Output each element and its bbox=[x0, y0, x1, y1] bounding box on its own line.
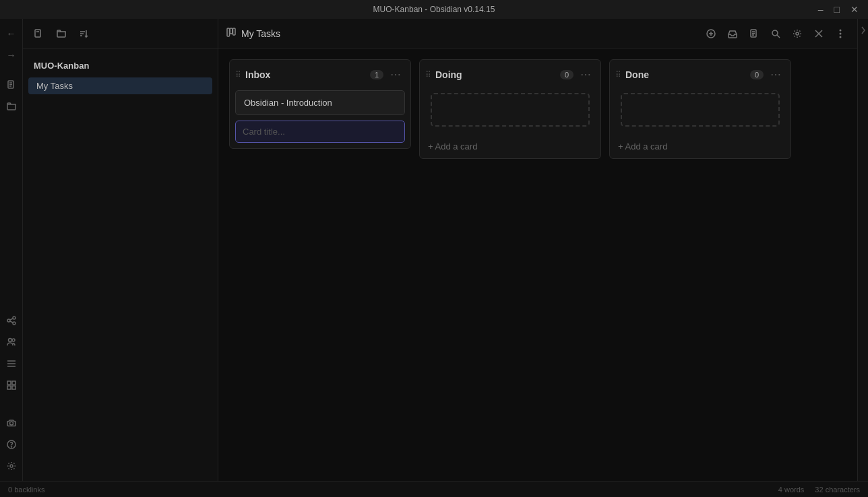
rail-help-icon[interactable] bbox=[2, 435, 21, 454]
svg-rect-27 bbox=[227, 28, 230, 36]
sidebar-content: MUO-Kanban My Tasks bbox=[23, 48, 218, 102]
settings-btn[interactable] bbox=[788, 25, 806, 42]
main-content: My Tasks bbox=[218, 19, 857, 481]
card-text: Obsidian - Introduction bbox=[244, 98, 332, 108]
rail-settings-icon[interactable] bbox=[2, 457, 21, 475]
close-button[interactable]: ✕ bbox=[846, 3, 863, 16]
svg-line-8 bbox=[10, 321, 13, 323]
kanban-area: ⠿ Inbox 1 ⋯ Obsidian - Introduction ⠿ Do… bbox=[218, 48, 857, 481]
svg-point-6 bbox=[13, 322, 16, 325]
svg-point-37 bbox=[772, 30, 778, 36]
doing-menu-btn[interactable]: ⋯ bbox=[578, 67, 594, 82]
kanban-doing-header: ⠿ Doing 0 ⋯ bbox=[420, 60, 600, 88]
export-btn[interactable] bbox=[745, 25, 763, 42]
done-cards bbox=[610, 88, 790, 135]
close-board-btn[interactable] bbox=[810, 25, 828, 42]
svg-rect-22 bbox=[35, 30, 40, 37]
kanban-inbox-header: ⠿ Inbox 1 ⋯ bbox=[230, 60, 410, 88]
svg-line-7 bbox=[10, 319, 13, 320]
svg-rect-16 bbox=[7, 386, 11, 389]
doing-title: Doing bbox=[435, 69, 556, 80]
char-count: 32 characters bbox=[815, 486, 860, 494]
rail-list-icon[interactable] bbox=[2, 354, 21, 373]
icon-rail: ← → bbox=[0, 19, 23, 481]
svg-rect-29 bbox=[233, 28, 236, 35]
svg-point-4 bbox=[7, 319, 10, 322]
rail-grid-icon[interactable] bbox=[2, 376, 21, 395]
svg-point-42 bbox=[840, 29, 842, 31]
app-body: ← → bbox=[0, 19, 868, 481]
rail-folder-icon[interactable] bbox=[2, 97, 21, 116]
svg-point-20 bbox=[11, 446, 11, 447]
rail-graph-icon[interactable] bbox=[2, 311, 21, 330]
svg-rect-14 bbox=[7, 381, 11, 385]
sidebar-new-file-btn[interactable] bbox=[30, 25, 47, 42]
svg-point-18 bbox=[9, 422, 13, 425]
maximize-button[interactable]: □ bbox=[830, 3, 844, 16]
doing-drop-zone bbox=[431, 93, 590, 127]
kanban-done-header: ⠿ Done 0 ⋯ bbox=[610, 60, 790, 88]
kanban-icon bbox=[226, 28, 236, 39]
doing-drag-icon: ⠿ bbox=[425, 70, 431, 79]
rail-file-icon[interactable] bbox=[2, 75, 21, 94]
inbox-count: 1 bbox=[370, 70, 383, 79]
kanban-column-inbox: ⠿ Inbox 1 ⋯ Obsidian - Introduction bbox=[229, 59, 411, 149]
doing-cards bbox=[420, 88, 600, 135]
svg-point-10 bbox=[12, 339, 15, 341]
header-actions bbox=[702, 25, 849, 42]
inbox-btn[interactable] bbox=[724, 25, 741, 42]
svg-point-9 bbox=[8, 339, 11, 342]
sidebar-new-folder-btn[interactable] bbox=[53, 25, 70, 42]
inbox-cards: Obsidian - Introduction bbox=[230, 88, 410, 148]
titlebar-controls: – □ ✕ bbox=[814, 3, 863, 16]
inbox-title: Inbox bbox=[245, 69, 366, 80]
kanban-column-done: ⠿ Done 0 ⋯ + Add a card bbox=[609, 59, 791, 159]
card-title-input[interactable] bbox=[235, 121, 405, 143]
inbox-drag-icon: ⠿ bbox=[235, 70, 241, 79]
sidebar-header bbox=[23, 19, 218, 48]
sidebar: MUO-Kanban My Tasks bbox=[23, 19, 218, 481]
svg-line-38 bbox=[777, 35, 780, 38]
done-add-card-btn[interactable]: + Add a card bbox=[610, 135, 790, 158]
inbox-menu-btn[interactable]: ⋯ bbox=[388, 67, 404, 82]
minimize-button[interactable]: – bbox=[814, 3, 828, 16]
kanban-column-doing: ⠿ Doing 0 ⋯ + Add a card bbox=[419, 59, 601, 159]
content-header: My Tasks bbox=[218, 19, 857, 48]
done-drag-icon: ⠿ bbox=[615, 70, 621, 79]
svg-point-39 bbox=[796, 32, 799, 35]
right-panel-collapse[interactable] bbox=[857, 19, 868, 481]
rail-forward-button[interactable]: → bbox=[2, 46, 21, 65]
content-title: My Tasks bbox=[241, 28, 280, 39]
sidebar-item-my-tasks[interactable]: My Tasks bbox=[28, 77, 212, 94]
status-bar: 0 backlinks 4 words 32 characters bbox=[0, 481, 868, 497]
more-btn[interactable] bbox=[832, 25, 849, 42]
svg-point-21 bbox=[10, 465, 13, 467]
backlinks-count: 0 backlinks bbox=[8, 486, 44, 494]
doing-count: 0 bbox=[560, 70, 574, 79]
search-btn[interactable] bbox=[767, 25, 784, 42]
svg-rect-28 bbox=[230, 28, 232, 34]
done-title: Done bbox=[625, 69, 746, 80]
svg-point-5 bbox=[13, 317, 16, 319]
card-obsidian-intro[interactable]: Obsidian - Introduction bbox=[235, 90, 405, 115]
done-menu-btn[interactable]: ⋯ bbox=[768, 67, 784, 82]
vault-name: MUO-Kanban bbox=[28, 57, 212, 75]
done-drop-zone bbox=[621, 93, 780, 127]
rail-users-icon[interactable] bbox=[2, 333, 21, 352]
rail-camera-icon[interactable] bbox=[2, 413, 21, 432]
titlebar-title: MUO-Kanban - Obsidian v0.14.15 bbox=[373, 5, 495, 14]
rail-back-button[interactable]: ← bbox=[2, 24, 21, 43]
doing-add-card-btn[interactable]: + Add a card bbox=[420, 135, 600, 158]
sidebar-sort-btn[interactable] bbox=[75, 25, 93, 42]
svg-point-43 bbox=[840, 32, 842, 34]
svg-point-44 bbox=[840, 36, 842, 38]
done-count: 0 bbox=[750, 70, 764, 79]
new-card-btn[interactable] bbox=[702, 25, 720, 42]
svg-rect-17 bbox=[12, 386, 16, 389]
titlebar: MUO-Kanban - Obsidian v0.14.15 – □ ✕ bbox=[0, 0, 868, 19]
word-count: 4 words bbox=[778, 486, 805, 494]
svg-rect-15 bbox=[12, 381, 16, 385]
